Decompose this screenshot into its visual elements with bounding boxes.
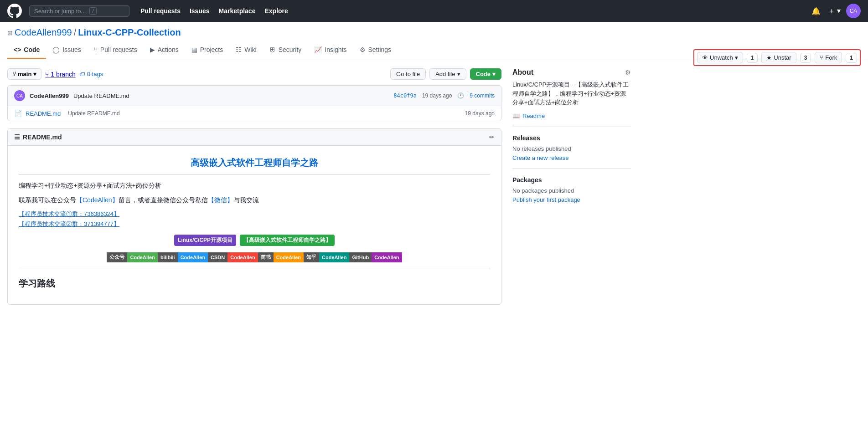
branch-chevron: ▾ [33,71,36,77]
fork-button[interactable]: ⑂ Fork [815,52,842,63]
github-logo[interactable] [7,4,22,18]
settings-tab-icon: ⚙ [360,46,366,53]
wiki-tab-label: Wiki [244,46,256,53]
notifications-button[interactable]: 🔔 [810,5,822,17]
code-button-chevron: ▾ [492,71,496,77]
readme-para1: 编程学习+行业动态+资源分享+面试方法+岗位分析 [19,180,490,190]
platform-badges-row: 公众号 CodeAllen bilibili CodeAllen CSDN Co… [19,252,490,262]
sidebar-divider-1 [512,127,631,127]
watch-count: 1 [747,53,758,63]
about-description: Linux/C/CPP开源项目 - 【高级嵌入式软件工程师自学之路】，编程学习+… [512,80,631,107]
commit-author: CodeAllen999 [30,92,69,99]
insights-tab-label: Insights [325,46,346,53]
tab-code[interactable]: <> Code [7,41,46,59]
tab-insights[interactable]: 📈 Insights [308,41,353,59]
readme-para2: 联系我可以在公众号【CodeAllen】留言，或者直接微信公众号私信【微信】与我… [19,195,490,205]
wiki-tab-icon: ☷ [236,46,242,53]
breadcrumb-sep: / [74,27,77,38]
code-button[interactable]: Code ▾ [470,68,502,80]
nav-link-issues[interactable]: Issues [186,5,213,17]
watch-chevron: ▾ [735,54,738,61]
commits-count: 9 commits [470,92,495,99]
code-tab-icon: <> [14,46,21,53]
readme-section-title: 学习路线 [19,277,490,290]
branches-link[interactable]: ⑂ 1 branch [45,71,75,78]
nav-link-pull-requests[interactable]: Pull requests [137,5,184,17]
tab-projects[interactable]: ▦ Projects [185,41,230,59]
tab-security[interactable]: ⛨ Security [263,41,308,59]
releases-empty-msg: No releases published [512,145,631,152]
tab-actions[interactable]: ▶ Actions [144,41,185,59]
top-nav: Search or jump to... / Pull requests Iss… [0,0,868,22]
readme-divider-2 [19,268,490,268]
packages-empty-msg: No packages published [512,187,631,194]
avatar[interactable]: CA [846,4,861,18]
topic-badge-2: 【高级嵌入式软件工程师自学之路】 [240,235,335,246]
tab-settings[interactable]: ⚙ Settings [353,41,398,59]
nav-link-marketplace[interactable]: Marketplace [215,5,259,17]
watch-label: Unwatch [710,54,733,61]
star-label: Unstar [774,54,791,61]
commits-link[interactable]: 9 commits [470,92,495,99]
about-title: About [512,68,533,77]
main-content: ⑂ main ▾ ⑂ 1 branch 🏷 0 tags Go to file … [0,59,638,314]
actions-tab-icon: ▶ [150,46,155,53]
add-file-button[interactable]: Add file ▾ [429,68,466,80]
topic-badge-1: Linux/C/CPP开源项目 [174,235,236,246]
commit-time: 19 days ago [422,92,452,99]
readme-link[interactable]: 📖 Readme [512,113,631,119]
projects-tab-label: Projects [200,46,223,53]
tab-pull-requests[interactable]: ⑂ Pull requests [88,41,144,59]
issues-tab-label: Issues [62,46,81,53]
code-button-label: Code [476,71,491,77]
security-tab-label: Security [279,46,302,53]
nav-link-explore[interactable]: Explore [261,5,291,17]
star-button[interactable]: ★ Unstar [761,52,796,63]
branch-selector: ⑂ main ▾ ⑂ 1 branch 🏷 0 tags [7,68,103,80]
watch-button[interactable]: 👁 Unwatch ▾ [697,52,743,63]
readme-edit-icon[interactable]: ✏ [489,133,495,141]
file-time: 19 days ago [465,110,495,117]
repo-owner-link[interactable]: CodeAllen999 [15,27,72,38]
search-placeholder-text: Search or jump to... [34,8,86,15]
branch-icon: ⑂ [12,71,16,77]
go-to-file-button[interactable]: Go to file [390,68,426,80]
tags-link[interactable]: 🏷 0 tags [79,71,103,77]
readme-divider-1 [19,174,490,175]
create-release-link[interactable]: Create a new release [512,154,569,161]
tab-issues[interactable]: ◯ Issues [46,41,87,59]
new-item-button[interactable]: ＋ ▾ [826,5,842,18]
pr-tab-icon: ⑂ [94,46,98,53]
top-nav-right: 🔔 ＋ ▾ CA [810,4,861,18]
releases-title: Releases [512,134,631,142]
publish-package-link[interactable]: Publish your first package [512,196,580,203]
group-link-2[interactable]: 【程序员技术交流②群：371394777】 [19,220,490,228]
readme-box: ☰ README.md ✏ 高级嵌入式软件工程师自学之路 编程学习+行业动态+资… [7,128,501,305]
file-name-link[interactable]: README.md [26,110,61,117]
group-link-1[interactable]: 【程序员技术交流①群：736386324】 [19,210,490,218]
branches-count-text: 1 branch [51,71,75,78]
tags-count-text: 0 tags [87,71,103,77]
search-box[interactable]: Search or jump to... / [29,5,129,17]
repo-name-link[interactable]: Linux-C-CPP-Collection [78,27,181,38]
file-row: 📄 README.md Update README.md 19 days ago [8,106,501,121]
issues-tab-icon: ◯ [52,46,60,53]
search-slash: / [89,7,96,15]
gear-icon[interactable]: ⚙ [625,69,631,76]
content-left: ⑂ main ▾ ⑂ 1 branch 🏷 0 tags Go to file … [7,68,501,305]
fork-label: Fork [825,54,837,61]
settings-tab-label: Settings [368,46,392,53]
fork-count: 1 [846,53,857,63]
about-header: About ⚙ [512,68,631,77]
repo-header: ⊞ CodeAllen999 / Linux-C-CPP-Collection … [0,22,868,59]
add-file-label: Add file [435,71,455,77]
commit-hash[interactable]: 84c0f9a [393,92,417,99]
security-tab-icon: ⛨ [269,46,276,53]
tag-icon: 🏷 [79,71,85,77]
tab-wiki[interactable]: ☷ Wiki [229,41,263,59]
branch-dropdown[interactable]: ⑂ main ▾ [7,68,41,80]
sidebar: About ⚙ Linux/C/CPP开源项目 - 【高级嵌入式软件工程师自学之… [512,68,631,305]
packages-title: Packages [512,176,631,184]
badge-jianshu: 简书 CodeAllen [258,252,304,262]
clock-icon: 🕐 [457,92,464,99]
